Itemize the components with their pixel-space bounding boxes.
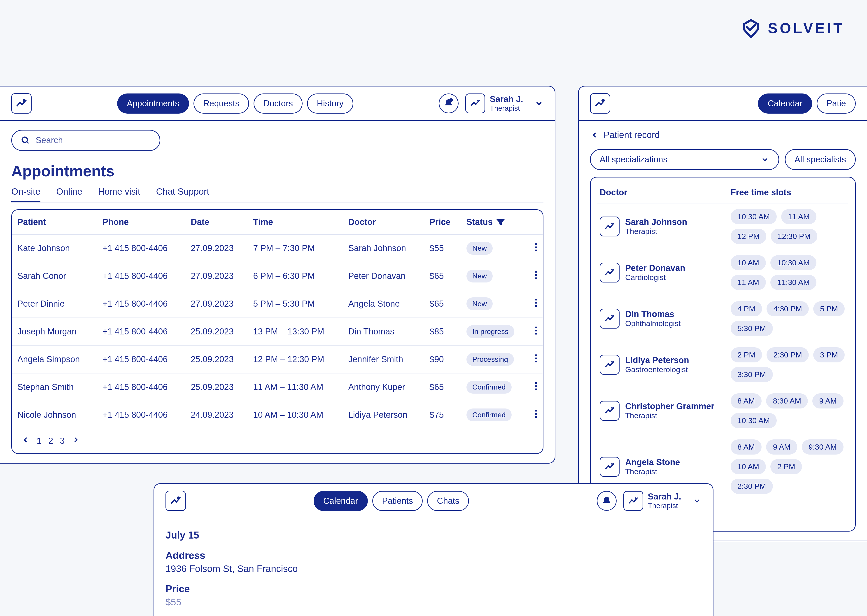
svg-point-18 — [535, 382, 537, 384]
time-slot[interactable]: 9:30 AM — [802, 439, 843, 454]
time-slot[interactable]: 2:30 PM — [730, 479, 773, 494]
col-time[interactable]: Time — [248, 210, 343, 234]
breadcrumb[interactable]: Patient record — [590, 130, 856, 140]
cell-doctor: Jennifer Smith — [343, 346, 424, 373]
time-slot[interactable]: 4:30 PM — [766, 301, 809, 316]
notifications-button[interactable] — [597, 491, 617, 511]
page-2[interactable]: 2 — [48, 436, 53, 446]
app-logo[interactable] — [590, 93, 610, 113]
svg-point-1 — [477, 100, 478, 101]
time-slot[interactable]: 4 PM — [730, 301, 762, 316]
nav-pill-history[interactable]: History — [307, 93, 353, 113]
col-status[interactable]: Status — [461, 210, 529, 234]
subtab-on-site[interactable]: On-site — [11, 187, 41, 202]
time-slot[interactable]: 12:30 PM — [771, 229, 817, 244]
cell-patient: Kate Johnson — [12, 234, 97, 262]
cell-price: $85 — [424, 318, 461, 346]
cell-patient: Joseph Morgan — [12, 318, 97, 346]
slots-table: Doctor Free time slots Sarah JohnsonTher… — [590, 177, 856, 531]
app-logo[interactable] — [11, 93, 31, 113]
page-3[interactable]: 3 — [60, 436, 64, 446]
table-row[interactable]: Kate Johnson+1 415 800-440627.09.20237 P… — [12, 234, 543, 262]
search-input[interactable]: Search — [11, 130, 160, 151]
page-prev[interactable] — [21, 435, 30, 446]
col-date[interactable]: Date — [185, 210, 248, 234]
table-row[interactable]: Joseph Morgan+1 415 800-440625.09.202313… — [12, 318, 543, 346]
cell-phone: +1 415 800-4406 — [97, 346, 185, 373]
nav-pill-doctors[interactable]: Doctors — [254, 93, 303, 113]
kebab-icon[interactable] — [535, 409, 537, 418]
col-patient[interactable]: Patient — [12, 210, 97, 234]
time-slot[interactable]: 11 AM — [730, 275, 766, 290]
nav-pill-calendar[interactable]: Calendar — [758, 93, 812, 113]
time-slot[interactable]: 8 AM — [730, 393, 762, 409]
kebab-icon[interactable] — [535, 326, 537, 335]
time-slot[interactable]: 8 AM — [730, 439, 762, 454]
table-row[interactable]: Angela Simpson+1 415 800-440625.09.20231… — [12, 346, 543, 373]
time-slot[interactable]: 9 AM — [812, 393, 843, 409]
time-slot[interactable]: 2 PM — [770, 459, 802, 474]
time-slot[interactable]: 10:30 AM — [770, 255, 817, 270]
page-1[interactable]: 1 — [37, 436, 42, 446]
svg-point-25 — [611, 223, 613, 224]
time-slot[interactable]: 9 AM — [766, 439, 797, 454]
nav-pill-appointments[interactable]: Appointments — [117, 93, 189, 113]
col-doctor: Doctor — [600, 188, 730, 197]
time-slot[interactable]: 5:30 PM — [730, 321, 773, 336]
time-slot[interactable]: 5 PM — [813, 301, 845, 316]
time-slot[interactable]: 10 AM — [730, 459, 766, 474]
status-badge: Processing — [466, 353, 514, 366]
avatar — [600, 262, 620, 283]
nav-pill-patie[interactable]: Patie — [817, 93, 856, 113]
nav-pill-chats[interactable]: Chats — [427, 491, 469, 511]
time-slot[interactable]: 2:30 PM — [766, 347, 809, 362]
time-slot[interactable]: 2 PM — [730, 347, 762, 362]
nav-pill-requests[interactable]: Requests — [193, 93, 249, 113]
page-next[interactable] — [71, 435, 80, 446]
kebab-icon[interactable] — [535, 298, 537, 307]
time-slot[interactable]: 8:30 AM — [766, 393, 808, 409]
time-slot[interactable]: 3:30 PM — [730, 367, 773, 382]
table-row[interactable]: Peter Dinnie+1 415 800-440627.09.20235 P… — [12, 290, 543, 318]
time-slot[interactable]: 10:30 AM — [730, 413, 777, 428]
kebab-icon[interactable] — [535, 382, 537, 391]
svg-point-23 — [535, 416, 537, 418]
topbar-bottom: CalendarPatientsChats Sarah J. Therapist — [154, 484, 713, 518]
subtab-chat-support[interactable]: Chat Support — [156, 187, 209, 202]
subtab-online[interactable]: Online — [56, 187, 82, 202]
time-slot[interactable]: 10:30 AM — [730, 209, 777, 224]
filter-specializations[interactable]: All specializations — [590, 149, 779, 170]
time-slot[interactable]: 12 PM — [730, 229, 766, 244]
time-slot[interactable]: 11:30 AM — [770, 275, 817, 290]
time-slot[interactable]: 10 AM — [730, 255, 766, 270]
cell-phone: +1 415 800-4406 — [97, 290, 185, 318]
appointments-table: PatientPhoneDateTimeDoctorPriceStatus Ka… — [11, 209, 543, 454]
cell-patient: Sarah Conor — [12, 262, 97, 290]
avatar — [600, 401, 620, 421]
table-row[interactable]: Nicole Johnson+1 415 800-440624.09.20231… — [12, 401, 543, 429]
user-menu[interactable]: Sarah J. Therapist — [624, 491, 702, 511]
kebab-icon[interactable] — [535, 354, 537, 363]
kebab-icon[interactable] — [535, 243, 537, 252]
table-row[interactable]: Sarah Conor+1 415 800-440627.09.20236 PM… — [12, 262, 543, 290]
col-price[interactable]: Price — [424, 210, 461, 234]
svg-point-0 — [23, 100, 25, 101]
cell-doctor: Peter Donavan — [343, 262, 424, 290]
kebab-icon[interactable] — [535, 270, 537, 280]
filter-specialists[interactable]: All specialists — [785, 149, 856, 170]
app-logo[interactable] — [165, 491, 186, 511]
col-phone[interactable]: Phone — [97, 210, 185, 234]
time-slot[interactable]: 11 AM — [781, 209, 817, 224]
panel-appointments: AppointmentsRequestsDoctorsHistory Sarah… — [0, 86, 555, 464]
cell-date: 27.09.2023 — [185, 262, 248, 290]
cell-price: $65 — [424, 373, 461, 401]
nav-pill-patients[interactable]: Patients — [372, 491, 423, 511]
notifications-button[interactable] — [439, 93, 459, 113]
nav-pill-calendar[interactable]: Calendar — [314, 491, 368, 511]
pagination-left: 123 — [12, 429, 543, 453]
table-row[interactable]: Stephan Smith+1 415 800-440625.09.202311… — [12, 373, 543, 401]
subtab-home-visit[interactable]: Home visit — [98, 187, 140, 202]
col-doctor[interactable]: Doctor — [343, 210, 424, 234]
time-slot[interactable]: 3 PM — [813, 347, 845, 362]
user-menu[interactable]: Sarah J. Therapist — [465, 93, 543, 113]
